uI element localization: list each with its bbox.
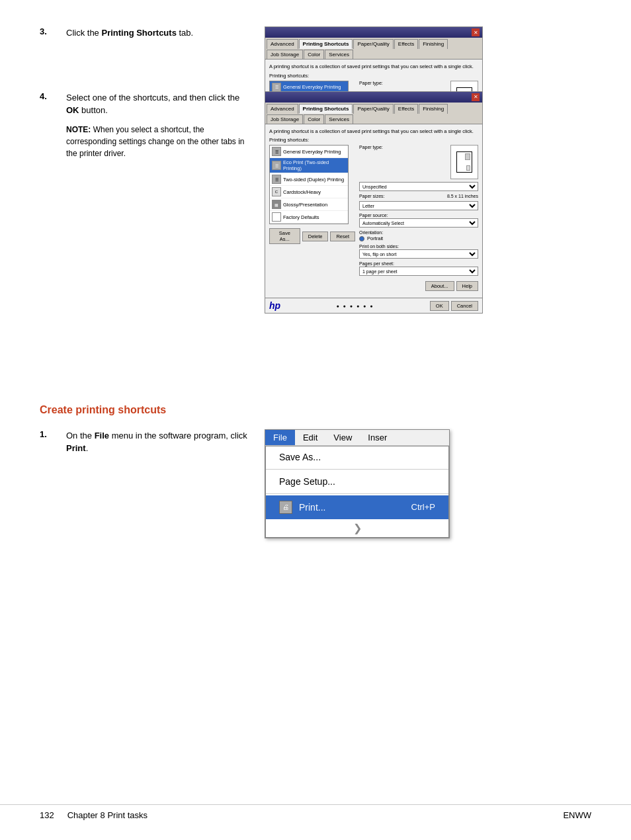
menu-bar-inser[interactable]: Inser [360,430,395,445]
dialog2-shortcut-label-3: Cardstock/Heavy [283,189,321,195]
menu-more: ❯ [266,519,448,537]
menu-item-print-shortcut: Ctrl+P [411,502,435,512]
dialog2-tab-effects[interactable]: Effects [394,104,418,114]
dialog2-reset-button[interactable]: Reset [330,231,355,241]
shortcut-label-0: General Everyday Printing [283,84,341,90]
dialog2-shortcut-icon-0: ☰ [272,147,281,156]
dialog2-shortcut-icon-3: C [272,187,281,196]
dialog1-tabs: Advanced Printing Shortcuts Paper/Qualit… [265,38,482,60]
dialog2-shortcut-item-4[interactable]: ▦ Glossy/Presentation [270,198,348,211]
dialog2-shortcuts-label: Printing shortcuts: [269,137,478,143]
footer-brand: ENWW [563,810,591,820]
menu-item-save-as-label: Save As... [279,452,321,462]
dialog2-tab-paper-quality[interactable]: Paper/Quality [353,104,393,114]
menu-bar: File Edit View Inser [265,430,449,446]
step4-note-text: When you select a shortcut, the correspo… [66,125,245,158]
create-step1-bold2: Print [66,443,86,453]
dialog1-titlebar: ✕ [265,27,482,38]
footer-chapter: Chapter 8 Print tasks [67,810,147,820]
dialog2-paper-sizes-select[interactable]: Letter [359,201,478,210]
create-step1-block: 1. On the File menu in the software prog… [40,429,251,460]
dialog2-orientation-row: Orientation: Portrait [359,230,478,241]
dialog1-close-button[interactable]: ✕ [472,28,480,36]
dialog1-tab-advanced[interactable]: Advanced [267,39,298,49]
menu-bar-inser-label: Inser [368,433,387,442]
step3-block: 3. Click the Printing Shortcuts tab. [40,26,251,45]
dialog2-preview-icon2 [466,165,470,171]
dialog2-shortcut-item-5[interactable]: Factory Defaults [270,211,348,224]
menu-more-icon: ❯ [353,522,362,534]
dialog2-shortcut-item-0[interactable]: ☰ General Everyday Printing [270,146,348,158]
step4-number: 4. [40,91,53,159]
dialog2-pages-row: Pages per sheet: 1 page per sheet [359,261,478,276]
dialog2-delete-button[interactable]: Delete [302,231,329,241]
menu-item-page-setup-label: Page Setup... [279,476,335,487]
step3-number: 3. [40,26,53,45]
dialog1-tab-printing-shortcuts[interactable]: Printing Shortcuts [299,39,353,49]
dialog2-paper-source-label: Paper source: [359,213,478,218]
step3-text: Click the Printing Shortcuts tab. [66,26,251,40]
dialog2-hp-logo: hp [269,300,280,311]
menu-item-print-label: Print... [299,502,325,513]
dialog1-tab-finishing[interactable]: Finishing [419,39,448,49]
dialog2-tab-printing-shortcuts[interactable]: Printing Shortcuts [299,104,353,114]
step3-bold: Printing Shortcuts [101,28,176,38]
step4-note-label: NOTE: [66,125,91,134]
dialog2-save-as-button[interactable]: Save As... [269,228,300,244]
dialog2-about-button[interactable]: About... [425,281,454,291]
dialog2-sides-row: Print on both sides: Yes, flip on short [359,244,478,259]
footer-page-number: 132 [40,810,54,820]
dialog2-pages-label: Pages per sheet: [359,261,478,266]
dialog2-paper-type-select[interactable]: Unspecified [359,182,478,191]
dialog2-sides-select[interactable]: Yes, flip on short [359,249,478,259]
dialog2-pages-select[interactable]: 1 page per sheet [359,267,478,276]
menu-item-page-setup[interactable]: Page Setup... [266,471,448,492]
dialog2-shortcut-item-1[interactable]: ☰ Eco Print (Two-sided Printing) [270,158,348,173]
dialog2-ok-button[interactable]: OK [430,301,449,311]
dialog2-paper-source-row: Paper source: Automatically Select [359,213,478,228]
menu-bar-edit[interactable]: Edit [295,430,325,445]
menu-bar-file[interactable]: File [265,430,295,445]
step4-bold: OK [66,105,79,115]
dialog2-portrait-radio[interactable] [359,236,364,241]
step4-note: NOTE: When you select a shortcut, the co… [66,124,251,159]
dialog1-tab-job-storage[interactable]: Job Storage [267,50,303,59]
step4-block: 4. Select one of the shortcuts, and then… [40,91,251,159]
dialog2-shortcuts-list: ☰ General Everyday Printing ☰ Eco Print … [269,145,349,224]
menu-item-save-as[interactable]: Save As... [266,446,448,468]
dialog2-tab-advanced[interactable]: Advanced [267,104,298,114]
menu-item-print[interactable]: 🖨 Print... Ctrl+P [266,495,448,519]
dialog2-cancel-button[interactable]: Cancel [451,301,478,311]
dialog2-tab-services[interactable]: Services [325,114,353,124]
dialog1-tab-services[interactable]: Services [325,50,353,59]
dialog1-shortcuts-label: Printing shortcuts: [269,73,478,79]
dialog2-help-button[interactable]: Help [456,281,478,291]
dialog2-orientation-label: Orientation: [359,230,478,235]
dialog2-shortcut-icon-1: ☰ [272,161,281,170]
dialog2-shortcut-item-3[interactable]: C Cardstock/Heavy [270,186,348,198]
dialog2-portrait-label: Portrait [367,235,383,241]
dialog2-shortcut-item-2[interactable]: ☰ Two-sided (Duplex) Printing [270,173,348,186]
dialog2-paper-source-select[interactable]: Automatically Select [359,218,478,228]
file-menu: File Edit View Inser [265,429,450,538]
menu-bar-view[interactable]: View [325,430,360,445]
dialog1-tab-color[interactable]: Color [304,50,324,59]
menu-dropdown: Save As... Page Setup... 🖨 Print... Ctrl… [265,446,449,538]
dialog2-paper-sizes-row: Paper sizes: 8.5 x 11 inches Letter [359,194,478,210]
step3-right: ✕ Advanced Printing Shortcuts Paper/Qual… [265,26,591,65]
dialog2-shortcut-icon-2: ☰ [272,175,281,184]
dialog1-tab-effects[interactable]: Effects [394,39,418,49]
dialog2-close-button[interactable]: ✕ [472,93,480,101]
dialog1-tab-paper-quality[interactable]: Paper/Quality [353,39,393,49]
dialog2-ok-cancel: OK Cancel [430,301,478,311]
create-step1-right: File Edit View Inser [265,429,591,538]
dialog2-save-row: Save As... Delete Reset [269,228,355,244]
dialog2-description: A printing shortcut is a collection of s… [269,128,478,135]
create-step1-text: On the File menu in the software program… [66,429,251,455]
create-step1-left: 1. On the File menu in the software prog… [40,429,251,538]
step4-left: 4. Select one of the shortcuts, and then… [40,91,251,179]
dialog2-tab-color[interactable]: Color [304,114,324,124]
dialog2-tab-job-storage[interactable]: Job Storage [267,114,303,124]
dialog2-tab-finishing[interactable]: Finishing [419,104,448,114]
step3-section: 3. Click the Printing Shortcuts tab. ✕ A… [40,26,591,65]
